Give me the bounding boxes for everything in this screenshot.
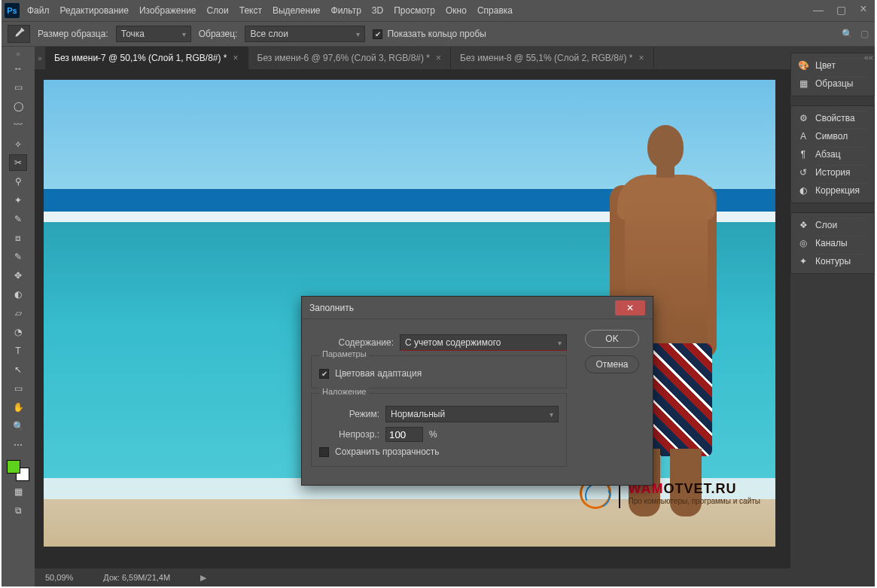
tool-marquee[interactable]: ▭ [9, 79, 27, 96]
menu-window[interactable]: Окно [446, 5, 467, 16]
sample-select[interactable]: Все слои [245, 26, 365, 42]
tab-close-icon[interactable]: × [639, 53, 644, 63]
close-icon[interactable]: × [855, 2, 872, 16]
menu-layer[interactable]: Слои [207, 5, 229, 16]
show-ring-checkbox[interactable]: ✔ [373, 29, 382, 39]
tool-preset-icon[interactable] [8, 25, 30, 43]
tool-brush[interactable]: ✦ [9, 192, 27, 209]
tool-move[interactable]: ↔ [9, 60, 27, 77]
watermark-text-b: OTVET.RU [663, 481, 736, 496]
menu-view[interactable]: Просмотр [394, 5, 435, 16]
panel-paths[interactable]: ✦Контуры [791, 252, 874, 270]
right-panels: 🎨Цвет ▦Образцы ⚙Свойства AСимвол ¶Абзац … [790, 47, 875, 586]
toolbar: » ↔ ▭ ◯ 〰 ⟡ ✂ ⚲ ✦ ✎ ⧈ ✎ ✥ ◐ ▱ ◔ T ↖ ▭ ✋ … [2, 47, 35, 586]
tool-more[interactable]: ⋯ [9, 437, 27, 453]
menu-select[interactable]: Выделение [273, 5, 321, 16]
tab-doc-1[interactable]: Без имени-7 @ 50,1% (Слой 1, RGB/8#) *× [45, 47, 248, 69]
canvas-viewport[interactable]: WAMOTVET.RU Про компьютеры, программы и … [35, 69, 790, 568]
main-area: » ↔ ▭ ◯ 〰 ⟡ ✂ ⚲ ✦ ✎ ⧈ ✎ ✥ ◐ ▱ ◔ T ↖ ▭ ✋ … [2, 47, 875, 586]
frame-icon[interactable]: ▢ [860, 29, 869, 39]
tool-eraser[interactable]: ✎ [9, 248, 27, 265]
tool-eyedropper[interactable]: ✂ [9, 154, 27, 171]
tab-doc-3[interactable]: Без имени-8 @ 55,1% (Слой 2, RGB/8#) *× [451, 47, 654, 69]
mode-label: Режим: [319, 409, 379, 419]
status-zoom[interactable]: 50,09% [45, 573, 73, 582]
tool-path-select[interactable]: ↖ [9, 361, 27, 378]
tool-shape[interactable]: ▭ [9, 380, 27, 397]
panel-layers[interactable]: ❖Слои [791, 216, 874, 234]
sample-size-select[interactable]: Точка [116, 26, 191, 42]
panel-swatches[interactable]: ▦Образцы [791, 75, 874, 93]
tool-gradient[interactable]: ✥ [9, 267, 27, 284]
panel-channels[interactable]: ◎Каналы [791, 234, 874, 252]
tool-quick-select[interactable]: 〰 [9, 117, 27, 133]
tab-doc-2[interactable]: Без имени-6 @ 97,6% (Слой 3, RGB/8#) *× [248, 47, 452, 69]
preserve-trans-checkbox[interactable]: ✔ [319, 447, 329, 457]
maximize-icon[interactable]: ▢ [833, 4, 849, 17]
options-bar: Размер образца: Точка Образец: Все слои … [2, 21, 875, 47]
cancel-button[interactable]: Отмена [585, 355, 639, 373]
menu-image[interactable]: Изображение [139, 5, 196, 16]
tool-pen[interactable]: ◔ [9, 324, 27, 340]
ok-button[interactable]: OK [585, 330, 639, 348]
mode-select[interactable]: Нормальный [385, 406, 559, 422]
panel-label: Контуры [815, 256, 851, 267]
tabs-scroll-icon[interactable]: » [35, 47, 45, 69]
color-icon: 🎨 [797, 59, 809, 72]
document-area: » Без имени-7 @ 50,1% (Слой 1, RGB/8#) *… [35, 47, 790, 586]
channels-icon: ◎ [797, 237, 809, 249]
layers-icon: ❖ [797, 219, 809, 231]
content-select[interactable]: С учетом содержимого [400, 334, 567, 351]
foreground-color-swatch[interactable] [7, 460, 20, 474]
menu-help[interactable]: Справка [477, 5, 513, 16]
fill-dialog: Заполнить ✕ Содержание: С учетом содержи… [301, 296, 653, 486]
tab-close-icon[interactable]: × [233, 53, 239, 63]
panel-history[interactable]: ↺История [791, 163, 874, 181]
panel-label: Цвет [815, 60, 836, 71]
paragraph-icon: ¶ [797, 148, 809, 160]
panel-character[interactable]: AСимвол [791, 127, 874, 145]
panel-label: Каналы [815, 238, 848, 248]
tool-heal[interactable]: ⚲ [9, 173, 27, 190]
minimize-icon[interactable]: — [810, 4, 827, 17]
tool-screenmode[interactable]: ⧉ [9, 502, 27, 519]
tool-history-brush[interactable]: ⧈ [9, 230, 27, 246]
dialog-titlebar[interactable]: Заполнить ✕ [302, 297, 653, 319]
opacity-suffix: % [429, 429, 437, 440]
panel-adjust[interactable]: ◐Коррекция [791, 181, 874, 200]
color-adapt-checkbox[interactable]: ✔ [319, 369, 329, 379]
menu-edit[interactable]: Редактирование [60, 5, 129, 16]
tab-close-icon[interactable]: × [436, 53, 441, 63]
title-bar: Ps Файл Редактирование Изображение Слои … [2, 0, 875, 21]
menu-filter[interactable]: Фильтр [331, 5, 361, 16]
status-menu-icon[interactable]: ▶ [200, 573, 206, 583]
menu-file[interactable]: Файл [27, 5, 50, 16]
preserve-trans-label: Сохранить прозрачность [335, 446, 440, 457]
tool-quickmask[interactable]: ▦ [9, 483, 27, 500]
panel-properties[interactable]: ⚙Свойства [791, 109, 874, 127]
tool-lasso[interactable]: ◯ [9, 98, 27, 114]
tool-hand[interactable]: ✋ [9, 399, 27, 416]
panel-color[interactable]: 🎨Цвет [791, 56, 874, 75]
history-icon: ↺ [797, 166, 809, 178]
panel-paragraph[interactable]: ¶Абзац [791, 145, 874, 163]
properties-icon: ⚙ [797, 112, 809, 124]
swatches-icon: ▦ [797, 78, 809, 90]
opacity-input[interactable] [385, 427, 423, 442]
tool-clone[interactable]: ✎ [9, 211, 27, 227]
search-icon[interactable]: 🔍 [842, 29, 853, 39]
color-swatches[interactable] [7, 460, 29, 481]
panel-label: Свойства [815, 113, 855, 123]
tool-blur[interactable]: ◐ [9, 286, 27, 303]
tool-crop[interactable]: ⟡ [9, 136, 27, 152]
tool-zoom[interactable]: 🔍 [9, 418, 27, 434]
menu-3d[interactable]: 3D [372, 5, 383, 16]
tool-type[interactable]: T [9, 343, 27, 359]
menu-text[interactable]: Текст [239, 5, 262, 16]
character-icon: A [797, 130, 809, 142]
tool-dodge[interactable]: ▱ [9, 305, 27, 321]
blend-group: Наложение Режим: Нормальный Непрозр.: % [311, 393, 567, 467]
sample-size-label: Размер образца: [38, 29, 108, 39]
app-window: Ps Файл Редактирование Изображение Слои … [2, 0, 875, 586]
dialog-close-button[interactable]: ✕ [615, 300, 645, 315]
